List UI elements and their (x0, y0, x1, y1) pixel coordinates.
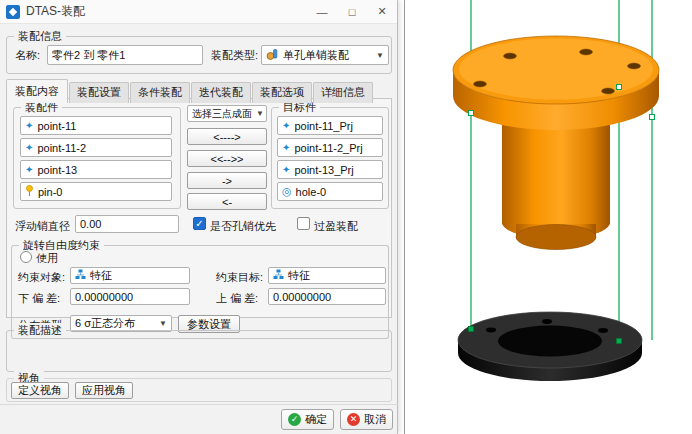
target-item-label: point-13_Prj (294, 164, 353, 176)
view-group: 视角 定义视角 应用视角 (6, 378, 392, 402)
ok-label: 确定 (305, 412, 327, 427)
rotation-constraint-group-title: 旋转自由度约束 (19, 238, 104, 252)
app-icon (6, 5, 20, 19)
transfer-all-label: <<-->> (210, 153, 243, 165)
constraint-target-label: 约束目标: (216, 270, 263, 285)
assembly-content-panel: 装配件 ✦ point-11 ✦ point-11-2 ✦ point-13 (6, 98, 392, 318)
hole-pin-priority-checkbox[interactable]: ✓ (193, 217, 206, 230)
dropdown-arrow-icon: ▼ (376, 51, 384, 60)
float-pin-value: 0.00 (80, 218, 101, 230)
tab-assembly-content[interactable]: 装配内容 (6, 79, 68, 103)
constraint-object-label: 约束对象: (18, 270, 65, 285)
name-input[interactable]: 零件2 到 零件1 (47, 45, 203, 65)
pin-icon (25, 185, 34, 199)
assembly-type-dropdown[interactable]: 单孔单销装配 ▼ (261, 45, 389, 65)
point-icon: ✦ (25, 165, 33, 175)
transfer-both-button[interactable]: <----> (187, 128, 267, 145)
target-item-label: point-11_Prj (294, 120, 353, 132)
assembly-type-value: 单孔单销装配 (283, 48, 349, 63)
minimize-button[interactable]: — (307, 0, 337, 23)
transfer-right-button[interactable]: -> (187, 172, 267, 189)
lower-deviation-value: 0.00000000 (75, 291, 133, 303)
3d-scene (405, 0, 692, 434)
close-button[interactable]: ✕ (367, 0, 397, 23)
ok-button[interactable]: ✓ 确定 (281, 409, 334, 430)
feature-icon (75, 269, 86, 282)
constraint-target-field[interactable]: 特征 (268, 267, 386, 284)
upper-deviation-label: 上 偏 差: (216, 291, 258, 306)
transfer-all-button[interactable]: <<-->> (187, 150, 267, 167)
assembly-item-point-13[interactable]: ✦ point-13 (20, 160, 172, 179)
viewport-3d[interactable] (404, 0, 692, 434)
transfer-right-label: -> (222, 175, 232, 187)
upper-deviation-value: 0.00000000 (273, 291, 331, 303)
tab-iterative-assembly[interactable]: 迭代装配 (191, 82, 251, 103)
cancel-label: 取消 (364, 412, 386, 427)
tab-conditional-assembly[interactable]: 条件装配 (130, 82, 190, 103)
constraint-object-field[interactable]: 特征 (70, 267, 190, 284)
interference-checkbox[interactable] (297, 217, 310, 230)
target-item-point-11-prj[interactable]: ✦ point-11_Prj (277, 116, 383, 135)
point-icon: ✦ (282, 143, 290, 153)
footer-separator (0, 404, 398, 405)
distribution-value: 6 σ正态分布 (75, 316, 135, 331)
assembly-info-group: 装配信息 名称: 零件2 到 零件1 装配类型: 单孔单销装配 ▼ (6, 36, 392, 74)
marker-ring-right (617, 339, 622, 344)
marker-flange-right (650, 115, 655, 120)
float-pin-input[interactable]: 0.00 (75, 215, 179, 233)
define-view-label: 定义视角 (18, 383, 62, 398)
window-titlebar[interactable]: DTAS-装配 — □ ✕ (0, 0, 397, 24)
tab-details[interactable]: 详细信息 (313, 82, 373, 103)
lower-deviation-field[interactable]: 0.00000000 (70, 288, 190, 305)
upper-deviation-field[interactable]: 0.00000000 (268, 288, 386, 305)
define-view-button[interactable]: 定义视角 (11, 382, 69, 399)
assembly-item-point-11-2[interactable]: ✦ point-11-2 (20, 138, 172, 157)
target-item-label: point-11-2_Prj (294, 142, 362, 154)
point-icon: ✦ (25, 121, 33, 131)
ring-part (458, 312, 642, 381)
plane-select-dropdown[interactable]: 选择三点成面 ▼ (187, 105, 267, 122)
target-item-label: hole-0 (296, 186, 327, 198)
use-radio-label: 使用 (36, 251, 58, 266)
ok-check-icon: ✓ (288, 413, 301, 426)
maximize-button[interactable]: □ (337, 0, 367, 23)
lower-deviation-label: 下 偏 差: (18, 291, 60, 306)
constraint-target-value: 特征 (288, 268, 310, 283)
marker-flange-top (617, 85, 622, 90)
point-icon: ✦ (282, 121, 290, 131)
transfer-both-label: <----> (213, 131, 241, 143)
assembly-parts-group: 装配件 ✦ point-11 ✦ point-11-2 ✦ point-13 (13, 107, 181, 209)
tab-bar: 装配内容 装配设置 条件装配 迭代装配 装配选项 详细信息 (6, 79, 374, 103)
point-icon: ✦ (282, 165, 290, 175)
cancel-button[interactable]: ✕ 取消 (340, 409, 393, 430)
tab-assembly-options[interactable]: 装配选项 (252, 82, 312, 103)
hole-pin-priority-label: 是否孔销优先 (210, 219, 276, 234)
apply-view-label: 应用视角 (82, 383, 126, 398)
assembly-item-point-11[interactable]: ✦ point-11 (20, 116, 172, 135)
cancel-x-icon: ✕ (347, 413, 360, 426)
assembly-type-label: 装配类型: (211, 48, 258, 63)
target-item-point-11-2-prj[interactable]: ✦ point-11-2_Prj (277, 138, 383, 157)
dtas-assembly-dialog: DTAS-装配 — □ ✕ 装配信息 名称: 零件2 到 零件1 装配类型: 单… (0, 0, 398, 434)
target-item-hole-0[interactable]: ◎ hole-0 (277, 182, 383, 201)
check-icon: ✓ (195, 219, 203, 229)
target-item-point-13-prj[interactable]: ✦ point-13_Prj (277, 160, 383, 179)
assembly-type-icon (266, 48, 279, 63)
tab-assembly-settings[interactable]: 装配设置 (69, 82, 129, 103)
transfer-left-label: <- (222, 196, 232, 208)
transfer-left-button[interactable]: <- (187, 193, 267, 210)
plane-select-value: 选择三点成面 (192, 107, 252, 121)
assembly-item-pin-0[interactable]: pin-0 (20, 182, 172, 201)
assembly-info-group-title: 装配信息 (14, 29, 66, 43)
apply-view-button[interactable]: 应用视角 (75, 382, 133, 399)
rotation-constraint-group: 旋转自由度约束 使用 约束对象: 特征 约束目标: 特征 下 (11, 245, 389, 313)
window-title: DTAS-装配 (26, 3, 85, 20)
flange-part (453, 36, 659, 250)
assembly-item-label: point-11 (37, 120, 76, 132)
description-group-title: 装配描述 (14, 323, 66, 337)
use-radio[interactable] (20, 251, 32, 263)
float-pin-label: 浮动销直径 (15, 219, 70, 234)
marker-flange-left (469, 111, 474, 116)
description-group: 装配描述 (6, 330, 392, 372)
target-parts-group: 目标件 ✦ point-11_Prj ✦ point-11-2_Prj ✦ po… (271, 107, 389, 209)
